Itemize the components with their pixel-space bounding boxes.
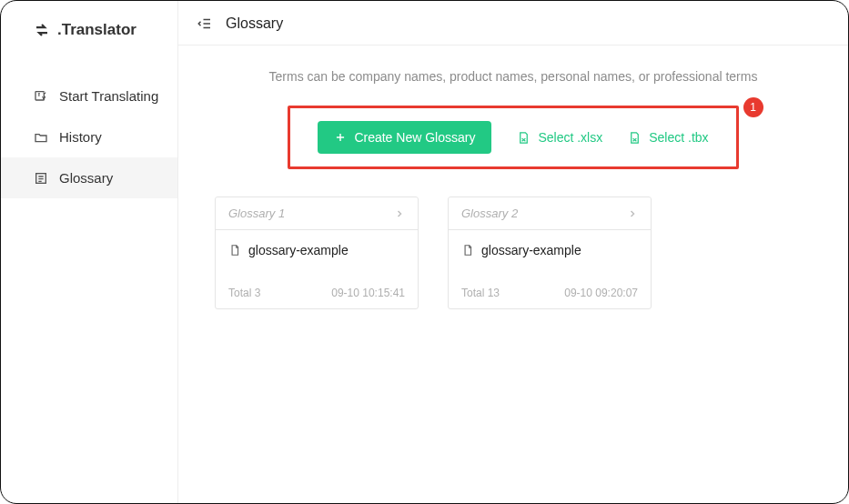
sidebar-item-glossary[interactable]: Glossary (1, 157, 177, 198)
card-body: glossary-example (449, 230, 651, 277)
document-icon (461, 244, 474, 257)
card-filename: glossary-example (481, 243, 581, 257)
file-tbx-icon (628, 131, 642, 145)
card-footer: Total 3 09-10 10:15:41 (216, 277, 418, 308)
card-total: Total 13 (461, 287, 500, 299)
select-xlsx-button[interactable]: Select .xlsx (517, 130, 602, 145)
folder-icon (34, 130, 48, 145)
plus-icon (334, 131, 347, 144)
card-total: Total 3 (228, 287, 260, 299)
header: Glossary (178, 1, 848, 45)
card-timestamp: 09-10 10:15:41 (331, 287, 405, 299)
hint-text: Terms can be company names, product name… (215, 69, 812, 84)
logo-icon (34, 22, 50, 38)
button-label: Select .tbx (649, 130, 708, 145)
chevron-right-icon (627, 208, 638, 219)
app-logo: .Translator (1, 14, 177, 57)
card-header: Glossary 1 (216, 197, 418, 230)
create-glossary-button[interactable]: Create New Glossary (318, 121, 491, 154)
card-timestamp: 09-10 09:20:07 (564, 287, 638, 299)
sidebar: .Translator Start Translating (1, 1, 178, 503)
file-xlsx-icon (517, 131, 531, 145)
nav: Start Translating History Glossary (1, 76, 177, 198)
content: Terms can be company names, product name… (178, 45, 848, 333)
card-body: glossary-example (216, 230, 418, 277)
translate-icon (34, 89, 48, 104)
app-window: .Translator Start Translating (0, 0, 849, 504)
card-filename: glossary-example (248, 243, 349, 257)
sidebar-item-label: Start Translating (59, 88, 158, 104)
sidebar-item-label: History (59, 129, 102, 145)
svg-rect-0 (35, 91, 44, 99)
sidebar-item-start-translating[interactable]: Start Translating (1, 76, 177, 116)
list-icon (34, 171, 48, 186)
button-label: Create New Glossary (354, 130, 475, 145)
button-label: Select .xlsx (538, 130, 602, 145)
sidebar-item-history[interactable]: History (1, 116, 177, 157)
glossary-cards: Glossary 1 (215, 197, 812, 309)
document-icon (228, 244, 241, 257)
card-header: Glossary 2 (449, 197, 651, 230)
chevron-right-icon (394, 208, 405, 219)
card-title: Glossary 2 (461, 207, 518, 220)
sidebar-item-label: Glossary (59, 170, 113, 186)
action-box: 1 Create New Glossary (288, 106, 738, 169)
step-badge: 1 (743, 97, 763, 117)
select-tbx-button[interactable]: Select .tbx (628, 130, 708, 145)
card-footer: Total 13 09-10 09:20:07 (449, 277, 651, 308)
card-title: Glossary 1 (228, 207, 285, 220)
main: Glossary Terms can be company names, pro… (178, 1, 848, 503)
app-title: .Translator (57, 21, 136, 39)
glossary-card[interactable]: Glossary 1 (215, 197, 419, 309)
page-title: Glossary (226, 15, 283, 32)
glossary-card[interactable]: Glossary 2 (448, 197, 652, 309)
collapse-sidebar-icon[interactable] (197, 15, 213, 32)
